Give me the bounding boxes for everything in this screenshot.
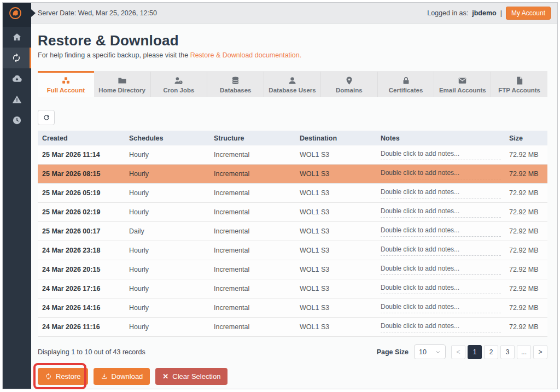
page-button[interactable]: 1 bbox=[468, 345, 482, 359]
sidebar-nav bbox=[3, 27, 31, 389]
cell-structure: Incremental bbox=[209, 304, 295, 312]
col-header-size[interactable]: Size bbox=[505, 134, 547, 142]
cell-structure: Incremental bbox=[209, 189, 295, 197]
tab[interactable]: Certificates bbox=[377, 71, 434, 97]
tab[interactable]: Cron Jobs bbox=[150, 71, 207, 97]
tab-label: Full Account bbox=[47, 87, 85, 93]
x-icon: ✕ bbox=[162, 373, 168, 380]
download-button[interactable]: Download bbox=[94, 368, 150, 385]
username: jbdemo bbox=[472, 9, 496, 17]
file-icon bbox=[515, 76, 524, 85]
documentation-link[interactable]: Restore & Download documentation. bbox=[190, 51, 302, 59]
page-button[interactable]: ... bbox=[517, 345, 531, 359]
chevron-down-icon bbox=[435, 349, 441, 355]
lock-icon bbox=[401, 76, 411, 85]
table-row[interactable]: 24 Mar 2026 14:16 Hourly Incremental WOL… bbox=[38, 299, 547, 318]
table-row[interactable]: 25 Mar 2026 11:14 Hourly Incremental WOL… bbox=[38, 145, 547, 165]
page-title: Restore & Download bbox=[38, 32, 557, 49]
cell-structure: Incremental bbox=[209, 285, 295, 292]
tab[interactable]: FTP Accounts bbox=[491, 71, 547, 97]
tab[interactable]: Domains bbox=[320, 71, 377, 97]
col-header-created[interactable]: Created bbox=[38, 134, 125, 142]
table-row[interactable]: 24 Mar 2026 17:16 Hourly Incremental WOL… bbox=[38, 279, 547, 299]
cubes-icon bbox=[61, 76, 71, 85]
page-size-select[interactable]: 10 bbox=[414, 344, 446, 359]
cell-size: 72.92 MB bbox=[505, 170, 547, 178]
tab[interactable]: Home Directory bbox=[94, 71, 150, 97]
notes-placeholder[interactable]: Double click to add notes... bbox=[381, 150, 501, 160]
page-button[interactable]: 2 bbox=[484, 345, 498, 359]
col-header-structure[interactable]: Structure bbox=[209, 134, 295, 142]
notes-placeholder[interactable]: Double click to add notes... bbox=[381, 245, 501, 256]
notes-placeholder[interactable]: Double click to add notes... bbox=[381, 265, 501, 275]
tab[interactable]: Database Users bbox=[264, 71, 320, 97]
tab-label: Databases bbox=[220, 87, 252, 93]
sidebar-item[interactable] bbox=[3, 68, 31, 89]
action-buttons: Restore Download ✕ Clear Selection bbox=[38, 368, 557, 385]
sidebar-item[interactable] bbox=[3, 110, 31, 131]
table-row[interactable]: 25 Mar 2026 02:19 Hourly Incremental WOL… bbox=[38, 203, 547, 222]
cell-schedule: Hourly bbox=[125, 247, 209, 254]
table-row[interactable]: 25 Mar 2026 00:17 Daily Incremental WOL1… bbox=[38, 222, 547, 241]
cell-schedule: Hourly bbox=[125, 189, 209, 197]
notes-placeholder[interactable]: Double click to add notes... bbox=[381, 169, 501, 179]
tab-label: FTP Accounts bbox=[498, 87, 540, 93]
clear-selection-button[interactable]: ✕ Clear Selection bbox=[155, 368, 228, 385]
server-date: Server Date: Wed, Mar 25, 2026, 12:50 bbox=[38, 9, 157, 17]
notes-placeholder[interactable]: Double click to add notes... bbox=[381, 207, 501, 218]
cell-destination: WOL1 S3 bbox=[295, 304, 376, 312]
warning-icon bbox=[12, 95, 22, 104]
table-row[interactable]: 25 Mar 2026 05:19 Hourly Incremental WOL… bbox=[38, 184, 547, 203]
app-logo[interactable] bbox=[3, 3, 31, 27]
cell-structure: Incremental bbox=[209, 151, 295, 159]
col-header-destination[interactable]: Destination bbox=[295, 134, 376, 142]
sidebar-item[interactable] bbox=[3, 48, 31, 68]
col-header-schedules[interactable]: Schedules bbox=[125, 134, 209, 142]
home-icon bbox=[12, 32, 22, 42]
cell-created: 25 Mar 2026 00:17 bbox=[38, 227, 125, 235]
tab[interactable]: Email Accounts bbox=[434, 71, 491, 97]
notes-placeholder[interactable]: Double click to add notes... bbox=[381, 226, 501, 237]
table-row[interactable]: 24 Mar 2026 23:18 Hourly Incremental WOL… bbox=[38, 241, 547, 260]
tab[interactable]: Databases bbox=[207, 71, 264, 97]
cell-destination: WOL1 S3 bbox=[295, 170, 376, 178]
page-button[interactable]: 3 bbox=[500, 345, 515, 359]
cell-size: 72.92 MB bbox=[505, 208, 547, 216]
cell-schedule: Hourly bbox=[125, 285, 209, 292]
cell-destination: WOL1 S3 bbox=[295, 227, 376, 235]
cell-destination: WOL1 S3 bbox=[295, 151, 376, 159]
cell-size: 72.92 MB bbox=[505, 266, 547, 273]
tab[interactable]: Full Account bbox=[38, 71, 94, 97]
notes-placeholder[interactable]: Double click to add notes... bbox=[381, 188, 501, 198]
page-button[interactable]: > bbox=[533, 345, 547, 359]
table-row[interactable]: 24 Mar 2026 11:16 Hourly Incremental WOL… bbox=[38, 318, 547, 337]
separator: | bbox=[500, 9, 502, 17]
page-button[interactable]: < bbox=[451, 345, 465, 359]
notes-placeholder[interactable]: Double click to add notes... bbox=[381, 322, 501, 332]
tab-label: Home Directory bbox=[98, 87, 145, 93]
sidebar-item[interactable] bbox=[3, 89, 31, 110]
cell-created: 24 Mar 2026 20:15 bbox=[38, 266, 125, 273]
table-row[interactable]: 24 Mar 2026 20:15 Hourly Incremental WOL… bbox=[38, 260, 547, 279]
cell-structure: Incremental bbox=[209, 208, 295, 216]
cell-size: 72.92 MB bbox=[505, 323, 547, 331]
refresh-button[interactable] bbox=[38, 110, 55, 125]
notes-placeholder[interactable]: Double click to add notes... bbox=[381, 303, 501, 313]
cell-schedule: Hourly bbox=[125, 304, 209, 312]
table-row[interactable]: 25 Mar 2026 08:15 Hourly Incremental WOL… bbox=[38, 165, 547, 184]
records-info: Displaying 1 to 10 out of 43 records bbox=[38, 348, 145, 356]
cell-size: 72.92 MB bbox=[505, 285, 547, 292]
col-header-notes[interactable]: Notes bbox=[376, 134, 505, 142]
sync-icon bbox=[45, 373, 52, 380]
cell-structure: Incremental bbox=[209, 323, 295, 331]
notes-placeholder[interactable]: Double click to add notes... bbox=[381, 284, 501, 294]
my-account-button[interactable]: My Account bbox=[506, 7, 551, 20]
sidebar-item[interactable] bbox=[3, 27, 31, 48]
tab-label: Cron Jobs bbox=[164, 87, 195, 93]
pagination: < 1 2 3 bbox=[451, 345, 547, 359]
cell-destination: WOL1 S3 bbox=[295, 285, 376, 292]
cell-schedule: Hourly bbox=[125, 266, 209, 273]
restore-button[interactable]: Restore bbox=[38, 368, 88, 385]
help-text: For help finding a specific backup, plea… bbox=[38, 51, 557, 59]
cell-destination: WOL1 S3 bbox=[295, 247, 376, 254]
